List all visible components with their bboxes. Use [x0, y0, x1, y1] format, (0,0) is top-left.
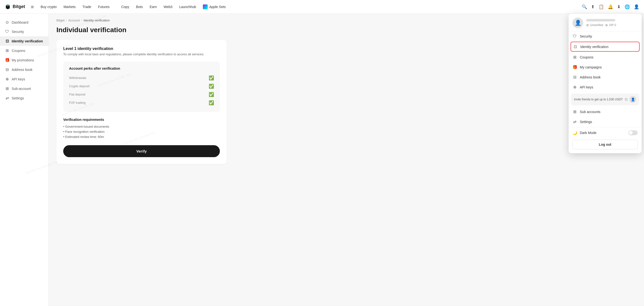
dropdown-api-keys[interactable]: ⊕ API keys [568, 82, 642, 92]
dropdown-sub-accounts[interactable]: ⊞ Sub accounts [568, 107, 642, 117]
level-desc: To comply with local laws and regulation… [63, 52, 220, 57]
sidebar-item-address-book[interactable]: ⊟ Address book [0, 65, 48, 74]
nav-bots[interactable]: Bots [133, 4, 146, 10]
security-icon: 🛡 [5, 30, 9, 34]
perk-check-withdrawals: ✅ [209, 75, 214, 81]
dropdown-settings-icon: ⇄ [572, 119, 577, 124]
perk-withdrawals: Withdrawals ✅ [69, 74, 214, 82]
level-title: Level 1 identity verification [63, 47, 220, 51]
search-icon[interactable]: 🔍 [582, 4, 587, 10]
invite-banner: Invite friends to get up to 1,530 USDT ⧉… [571, 94, 639, 105]
dark-mode-left: 🌙 Dark Mode [572, 130, 596, 135]
dropdown-sub-accounts-icon: ⊞ [572, 109, 577, 114]
breadcrumb-bitget[interactable]: Bitget [56, 19, 64, 22]
dropdown-security-icon: 🛡 [572, 34, 577, 39]
logo[interactable]: Bitget [5, 4, 25, 10]
dashboard-icon: ⊙ [5, 20, 9, 25]
page-title: Individual verification [56, 26, 636, 34]
vip-badge: ⚙ VIP 0 [605, 23, 616, 27]
sidebar-item-identity[interactable]: ⊡ Identity verification [0, 36, 48, 46]
sidebar-item-api-keys[interactable]: ⊕ API keys [0, 74, 48, 84]
verify-button[interactable]: Verify [63, 145, 220, 157]
dropdown-security[interactable]: 🛡 Security [568, 32, 642, 41]
nav-apple-sets[interactable]: Apple Sets [200, 3, 228, 11]
dropdown-menu: 👤 ⚙ Unverified ⚙ VIP 0 🛡 Security ⊡ Iden… [568, 14, 642, 153]
sidebar: ⊙ Dashboard 🛡 Security ⊡ Identity verifi… [0, 14, 49, 306]
perk-p2p: P2P trading ✅ [69, 99, 214, 107]
unverified-badge: ⚙ Unverified [586, 23, 603, 27]
breadcrumb: Bitget / Account / Identity verification [56, 19, 636, 22]
dropdown-campaigns-icon: 🎁 [572, 65, 577, 69]
unverified-icon: ⚙ [586, 23, 589, 27]
nav-links: Buy crypto Markets Trade Futures Copy Bo… [38, 3, 582, 11]
dark-mode-row: 🌙 Dark Mode [568, 128, 642, 138]
dropdown-campaigns[interactable]: 🎁 My campaigns [568, 62, 642, 72]
dropdown-coupons-icon: ⊞ [572, 55, 577, 59]
nav-right-icons: 🔍 ⬆ 📋 🔔 ⬇ 🌐 👤 [582, 4, 639, 10]
dropdown-settings[interactable]: ⇄ Settings [568, 117, 642, 127]
perk-check-crypto: ✅ [209, 84, 214, 89]
nav-futures[interactable]: Futures [95, 4, 117, 10]
dropdown-coupons[interactable]: ⊞ Coupons [568, 52, 642, 62]
nav-markets[interactable]: Markets [60, 4, 78, 10]
sidebar-item-sub-account[interactable]: ⊞ Sub-account [0, 84, 48, 93]
download-icon[interactable]: ⬇ [617, 4, 621, 10]
sidebar-item-promotions[interactable]: 🎁 My promotions [0, 55, 48, 65]
sub-account-icon: ⊞ [5, 86, 9, 91]
invite-copy-button[interactable]: ⧉ [625, 97, 628, 102]
nav-launchhub[interactable]: Launchhub [176, 4, 199, 10]
req-3: Estimated review time: 60m [63, 134, 220, 139]
verification-card: Level 1 identity verification To comply … [56, 40, 227, 164]
promotions-icon: 🎁 [5, 58, 9, 62]
perks-title: Account perks after verification [69, 67, 214, 70]
req-2: Face recognition verification [63, 129, 220, 134]
dropdown-profile: 👤 ⚙ Unverified ⚙ VIP 0 [568, 14, 642, 32]
breadcrumb-sep-1: / [66, 19, 67, 22]
dropdown-identity-verification[interactable]: ⊡ Identity verification [570, 42, 640, 52]
nav-copy[interactable]: Copy [118, 4, 132, 10]
profile-badges: ⚙ Unverified ⚙ VIP 0 [586, 23, 616, 27]
notification-icon[interactable]: 🔔 [608, 4, 613, 10]
top-navigation: Bitget ⊞ Buy crypto Markets Trade Future… [0, 0, 644, 14]
identity-icon: ⊡ [5, 39, 9, 43]
dropdown-api-icon: ⊕ [572, 85, 577, 89]
dark-mode-icon: 🌙 [572, 130, 577, 135]
avatar: 👤 [572, 18, 583, 28]
address-book-icon: ⊟ [5, 67, 9, 72]
nav-earn[interactable]: Earn [147, 4, 160, 10]
transfer-icon[interactable]: ⬆ [591, 4, 595, 10]
orders-icon[interactable]: 📋 [598, 4, 604, 10]
sidebar-item-coupons[interactable]: ⊞ Coupons [0, 46, 48, 55]
nav-trade[interactable]: Trade [80, 4, 94, 10]
sidebar-item-dashboard[interactable]: ⊙ Dashboard [0, 18, 48, 27]
dropdown-address-icon: ⊟ [572, 75, 577, 79]
settings-icon: ⇄ [5, 96, 9, 100]
sidebar-item-settings[interactable]: ⇄ Settings [0, 93, 48, 103]
api-keys-icon: ⊕ [5, 77, 9, 81]
main-layout: ⊙ Dashboard 🛡 Security ⊡ Identity verifi… [0, 14, 644, 306]
dropdown-divider [568, 127, 642, 127]
main-content: Bitget / Account / Identity verification… [49, 14, 644, 306]
profile-name-bar [586, 19, 615, 22]
perks-box: Account perks after verification Withdra… [63, 62, 220, 112]
dropdown-address-book[interactable]: ⊟ Address book [568, 72, 642, 82]
logout-button[interactable]: Log out [572, 139, 638, 149]
breadcrumb-sep-2: / [81, 19, 82, 22]
coupons-icon: ⊞ [5, 48, 9, 53]
nav-buy-crypto[interactable]: Buy crypto [38, 4, 60, 10]
perk-check-p2p: ✅ [209, 100, 214, 105]
perk-fiat-deposit: Fiat deposit ✅ [69, 90, 214, 99]
language-icon[interactable]: 🌐 [624, 4, 630, 10]
breadcrumb-account[interactable]: Account [68, 19, 80, 22]
perk-crypto-deposit: Crypto deposit ✅ [69, 82, 214, 90]
req-1: Government-issued documents [63, 124, 220, 129]
breadcrumb-current: Identity verification [84, 19, 110, 22]
apple-sets-icon [203, 5, 208, 9]
requirements-title: Verification requirements [63, 118, 220, 121]
invite-avatar: 👤 [630, 96, 636, 103]
grid-icon[interactable]: ⊞ [31, 5, 34, 9]
dark-mode-toggle[interactable] [628, 130, 638, 135]
sidebar-item-security[interactable]: 🛡 Security [0, 27, 48, 36]
avatar-icon[interactable]: 👤 [634, 4, 639, 10]
nav-web3[interactable]: Web3 [161, 4, 175, 10]
